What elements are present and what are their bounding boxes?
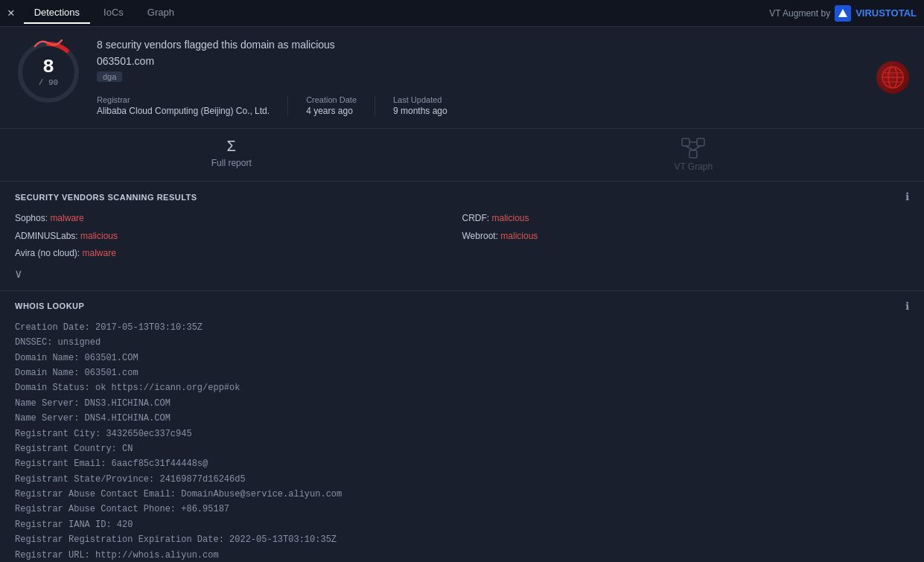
registrar-label: Registrar xyxy=(97,95,270,104)
tab-iocs[interactable]: IoCs xyxy=(93,2,134,24)
flagged-text: 8 security vendors flagged this domain a… xyxy=(97,39,861,51)
last-updated-value: 9 months ago xyxy=(393,106,447,116)
registrar-block: Registrar Alibaba Cloud Computing (Beiji… xyxy=(97,95,288,116)
vt-logo-text: VIRUSTOTAL xyxy=(856,7,917,19)
whois-section-title: WHOIS LOOKUP xyxy=(15,301,84,310)
vt-graph-label: VT Graph xyxy=(674,162,713,172)
detection-item-crdf: CRDF: malicious xyxy=(462,211,910,227)
full-report-label: Full report xyxy=(211,158,252,168)
whois-section: WHOIS LOOKUP ℹ Creation Date: 2017-05-13… xyxy=(0,291,924,562)
svg-rect-8 xyxy=(697,138,704,146)
summary-section: 8 / 90 8 security vendors flagged this d… xyxy=(0,27,924,129)
vt-graph-icon xyxy=(681,138,705,159)
creation-label: Creation Date xyxy=(306,95,357,104)
score-display: 8 / 90 xyxy=(39,57,58,88)
security-section-title: SECURITY VENDORS SCANNING RESULTS xyxy=(15,193,197,202)
meta-row: Registrar Alibaba Cloud Computing (Beiji… xyxy=(97,95,861,116)
result-avira: malware xyxy=(83,248,116,258)
detection-item-webroot: Webroot: malicious xyxy=(462,229,910,245)
dga-tag: dga xyxy=(97,71,122,82)
score-denom: / 90 xyxy=(39,78,58,87)
security-section-header: SECURITY VENDORS SCANNING RESULTS ℹ xyxy=(15,191,909,203)
result-sophos: malware xyxy=(50,213,83,223)
sigma-icon: Σ xyxy=(227,138,236,155)
security-info-icon[interactable]: ℹ xyxy=(905,191,909,203)
vendor-adminuslabs: ADMINUSLabs: xyxy=(15,231,80,241)
vt-icon xyxy=(835,5,851,22)
full-report-button[interactable]: Σ Full report xyxy=(211,138,252,172)
detection-item-avira: Avira (no cloud): malware xyxy=(15,246,462,262)
domain-name: 063501.com xyxy=(97,55,861,67)
result-crdf: malicious xyxy=(492,213,529,223)
security-vendors-section: SECURITY VENDORS SCANNING RESULTS ℹ Soph… xyxy=(0,182,924,291)
last-updated-block: Last Updated 9 months ago xyxy=(393,95,465,116)
creation-value: 4 years ago xyxy=(306,106,357,116)
last-updated-label: Last Updated xyxy=(393,95,447,104)
whois-section-header: WHOIS LOOKUP ℹ xyxy=(15,300,909,313)
detection-grid: Sophos: malware CRDF: malicious ADMINUSL… xyxy=(15,211,909,262)
whois-info-icon[interactable]: ℹ xyxy=(905,300,909,313)
svg-rect-7 xyxy=(682,138,689,146)
score-number: 8 xyxy=(39,57,58,77)
result-adminuslabs: malicious xyxy=(80,231,118,241)
vt-graph-button[interactable]: VT Graph xyxy=(674,138,713,172)
tab-detections[interactable]: Detections xyxy=(24,2,90,24)
vendor-crdf: CRDF: xyxy=(462,213,492,223)
result-webroot: malicious xyxy=(500,231,538,241)
score-circle: 8 / 90 xyxy=(15,39,82,106)
expand-button[interactable]: ∨ xyxy=(15,266,909,281)
detection-item-adminuslabs: ADMINUSLabs: malicious xyxy=(15,229,462,245)
globe-icon xyxy=(876,61,909,94)
top-navigation: ✕ Detections IoCs Graph VT Augment by VI… xyxy=(0,0,924,27)
creation-date-block: Creation Date 4 years ago xyxy=(306,95,375,116)
augment-text: VT Augment by xyxy=(769,8,830,19)
action-bar: Σ Full report VT Graph xyxy=(0,129,924,182)
close-button[interactable]: ✕ xyxy=(7,7,15,19)
detection-item-sophos: Sophos: malware xyxy=(15,211,462,227)
svg-rect-9 xyxy=(689,150,697,158)
tab-graph[interactable]: Graph xyxy=(137,2,185,24)
registrar-value: Alibaba Cloud Computing (Beijing) Co., L… xyxy=(97,106,270,116)
augment-section: VT Augment by VIRUSTOTAL xyxy=(769,5,917,22)
svg-line-11 xyxy=(686,146,693,150)
vendor-webroot: Webroot: xyxy=(462,231,501,241)
nav-tabs: Detections IoCs Graph xyxy=(24,2,185,24)
summary-info: 8 security vendors flagged this domain a… xyxy=(97,39,861,116)
vendor-sophos: Sophos: xyxy=(15,213,50,223)
svg-line-12 xyxy=(693,146,701,150)
vendor-avira: Avira (no cloud): xyxy=(15,248,83,258)
whois-text: Creation Date: 2017-05-13T03:10:35Z DNSS… xyxy=(15,320,909,562)
